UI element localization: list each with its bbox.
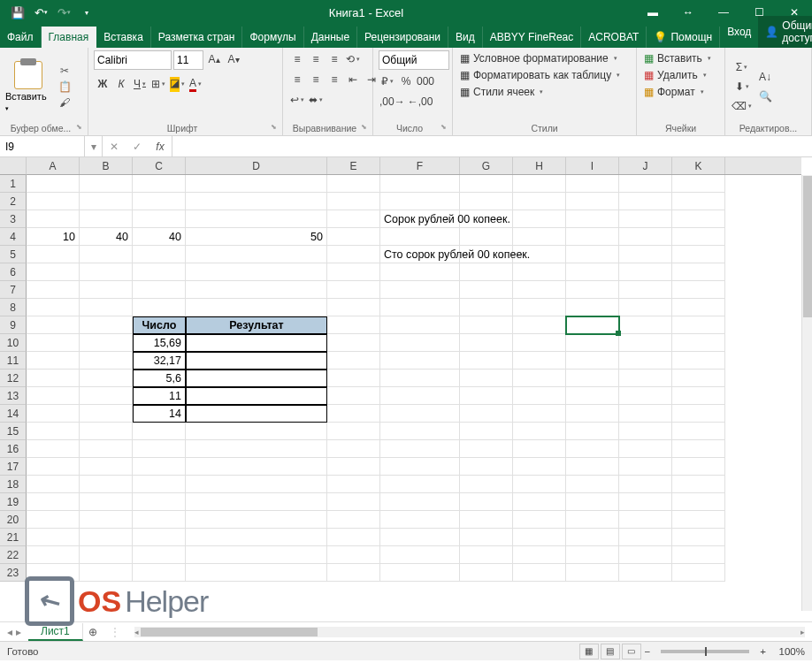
cut-icon[interactable]: ✂ [57, 64, 73, 78]
cell-F20[interactable] [380, 511, 460, 529]
cell-J3[interactable] [619, 210, 672, 228]
cell-G6[interactable] [460, 263, 513, 281]
name-box-dropdown[interactable]: ▾ [85, 136, 103, 156]
fill-icon[interactable]: ⬇ [731, 78, 753, 95]
tab-home[interactable]: Главная [42, 27, 97, 48]
bold-button[interactable]: Ж [94, 75, 111, 93]
cell-K7[interactable] [672, 281, 725, 299]
cell-E15[interactable] [327, 423, 380, 440]
cell-J22[interactable] [619, 546, 672, 564]
cell-K19[interactable] [672, 493, 725, 511]
conditional-formatting-button[interactable]: ▦Условное форматирование [458, 50, 631, 66]
cell-F16[interactable] [380, 440, 460, 458]
cell-D13[interactable] [186, 387, 327, 405]
cell-H3[interactable] [513, 210, 566, 228]
tab-abbyy[interactable]: ABBYY FineReac [483, 27, 582, 48]
cell-G4[interactable] [460, 228, 513, 246]
cell-H6[interactable] [513, 263, 566, 281]
cell-F7[interactable] [380, 281, 460, 299]
cancel-formula-icon[interactable]: ✕ [103, 141, 126, 153]
cell-H18[interactable] [513, 476, 566, 493]
cell-E8[interactable] [327, 299, 380, 316]
cell-E23[interactable] [327, 564, 380, 582]
cell-G19[interactable] [460, 493, 513, 511]
cell-F15[interactable] [380, 423, 460, 440]
cell-C15[interactable] [133, 423, 186, 440]
cell-D22[interactable] [186, 546, 327, 564]
accounting-format-icon[interactable]: ₽ [379, 72, 396, 90]
cell-D15[interactable] [186, 423, 327, 440]
cell-H12[interactable] [513, 370, 566, 387]
column-header-J[interactable]: J [619, 157, 672, 174]
cell-B16[interactable] [80, 440, 133, 458]
cell-A13[interactable] [27, 387, 80, 405]
cell-I16[interactable] [566, 440, 619, 458]
cell-C12[interactable]: 5,6 [133, 370, 186, 387]
cell-K23[interactable] [672, 564, 725, 582]
row-header-12[interactable]: 12 [0, 370, 27, 387]
cell-F10[interactable] [380, 334, 460, 352]
cell-A8[interactable] [27, 299, 80, 316]
tab-view[interactable]: Вид [448, 27, 483, 48]
fill-color-button[interactable]: ◪ [168, 75, 186, 93]
tab-review[interactable]: Рецензировани [357, 27, 448, 48]
cell-C4[interactable]: 40 [133, 228, 186, 246]
row-header-1[interactable]: 1 [0, 175, 27, 193]
cell-I18[interactable] [566, 476, 619, 493]
cell-J9[interactable] [619, 316, 672, 334]
cell-B1[interactable] [80, 175, 133, 193]
merge-cells-icon[interactable]: ⬌ [307, 91, 325, 109]
row-header-22[interactable]: 22 [0, 546, 27, 564]
find-select-icon[interactable]: 🔍 [756, 88, 774, 105]
cell-B13[interactable] [80, 387, 133, 405]
ribbon-display-icon[interactable]: ▬ [635, 0, 670, 25]
zoom-in-icon[interactable]: + [756, 646, 770, 657]
underline-button[interactable]: Ч [131, 75, 149, 93]
cell-E13[interactable] [327, 387, 380, 405]
cell-B6[interactable] [80, 263, 133, 281]
cell-E21[interactable] [327, 529, 380, 546]
cell-E2[interactable] [327, 193, 380, 210]
cell-K6[interactable] [672, 263, 725, 281]
cell-B17[interactable] [80, 458, 133, 476]
cell-E16[interactable] [327, 440, 380, 458]
cell-J14[interactable] [619, 405, 672, 423]
cell-B7[interactable] [80, 281, 133, 299]
cell-K1[interactable] [672, 175, 725, 193]
cell-D2[interactable] [186, 193, 327, 210]
cell-J4[interactable] [619, 228, 672, 246]
cell-F11[interactable] [380, 352, 460, 370]
row-header-17[interactable]: 17 [0, 458, 27, 476]
cell-I10[interactable] [566, 334, 619, 352]
cell-J11[interactable] [619, 352, 672, 370]
cell-F13[interactable] [380, 387, 460, 405]
zoom-percent[interactable]: 100% [770, 646, 805, 657]
qat-customize-icon[interactable]: ▾ [76, 2, 97, 23]
cell-C8[interactable] [133, 299, 186, 316]
cell-H11[interactable] [513, 352, 566, 370]
cell-A3[interactable] [27, 210, 80, 228]
sort-filter-icon[interactable]: A↓ [756, 68, 774, 86]
cell-E7[interactable] [327, 281, 380, 299]
cell-G10[interactable] [460, 334, 513, 352]
align-right-icon[interactable]: ≡ [326, 71, 343, 88]
cell-F22[interactable] [380, 546, 460, 564]
cell-A20[interactable] [27, 511, 80, 529]
cell-C14[interactable]: 14 [133, 405, 186, 423]
cell-B10[interactable] [80, 334, 133, 352]
cell-F1[interactable] [380, 175, 460, 193]
cell-J17[interactable] [619, 458, 672, 476]
cell-G18[interactable] [460, 476, 513, 493]
orientation-icon[interactable]: ⟲ [344, 50, 362, 68]
cell-F4[interactable] [380, 228, 460, 246]
cell-D3[interactable] [186, 210, 327, 228]
cell-K2[interactable] [672, 193, 725, 210]
cell-G7[interactable] [460, 281, 513, 299]
row-header-13[interactable]: 13 [0, 387, 27, 405]
decrease-font-icon[interactable]: A▾ [225, 50, 242, 68]
cell-G2[interactable] [460, 193, 513, 210]
cell-G22[interactable] [460, 546, 513, 564]
cell-K9[interactable] [672, 316, 725, 334]
cell-H23[interactable] [513, 564, 566, 582]
cell-H19[interactable] [513, 493, 566, 511]
